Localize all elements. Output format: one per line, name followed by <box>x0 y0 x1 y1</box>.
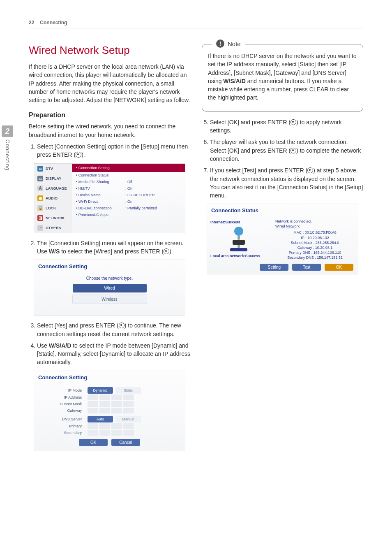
menu-item-connection-setting[interactable]: • Connection Setting <box>72 164 185 172</box>
nav-item[interactable]: ⋯OTHERS <box>34 223 72 233</box>
globe-icon <box>234 227 243 236</box>
nav-icon: ▭ <box>37 176 43 181</box>
nav-label: AUDIO <box>46 196 58 200</box>
menu-row[interactable]: • Premium/LG Apps <box>72 211 185 218</box>
page-title: Wired Network Setup <box>29 44 190 57</box>
menu-row[interactable]: • Wi-Fi Direct: On <box>72 198 185 205</box>
intro-text: If there is a DHCP server on the local a… <box>29 63 190 104</box>
pill-auto[interactable]: Auto <box>88 416 113 422</box>
nav-label: NETWORK <box>46 216 65 220</box>
nav-icon: A <box>37 186 43 191</box>
screenshot-connection-status: Connection Status Internet:Success Local… <box>207 204 358 274</box>
nav-item[interactable]: ▭DTV <box>34 164 72 174</box>
side-tab-label: Connecting <box>5 139 11 171</box>
status-connected: Network is connected. <box>275 219 355 223</box>
info-icon: ! <box>216 39 224 48</box>
screenshot-setup-menu: ▭DTV▭DISPLAYALANGUAGE◉AUDIO🔒LOCK◨NETWORK… <box>34 163 185 233</box>
note-text: If there is no DHCP server on the networ… <box>208 52 357 102</box>
side-tab-number: 2 <box>2 125 13 137</box>
menu-row[interactable]: • Device Name: LG-RECORDER <box>72 192 185 198</box>
dialog-title: Connection Setting <box>34 260 185 273</box>
step-1: Select [Connection Setting] option in th… <box>37 142 190 159</box>
pill-manual[interactable]: Manual <box>115 416 141 422</box>
dialog-hint: Choose the network type. <box>46 276 173 281</box>
status-line: Primary DNS : 165.244.106.110 <box>275 250 355 255</box>
label-dns: DNS Server <box>41 417 85 421</box>
dialog-title: Connection Status <box>207 204 358 217</box>
steps-list-left-3: Select [Yes] and press ENTER () to conti… <box>29 321 190 366</box>
nav-item[interactable]: ▭DISPLAY <box>34 174 72 183</box>
status-internet: Internet:Success <box>210 220 272 224</box>
nav-item[interactable]: ◉AUDIO <box>34 193 72 203</box>
nav-label: OTHERS <box>46 226 61 230</box>
label-ip-mode: IP Mode <box>41 388 85 392</box>
network-diagram <box>214 227 269 252</box>
steps-list-left-2: The [Connection Setting] menu will appea… <box>29 239 190 256</box>
status-lan: Local area network:Success <box>210 254 272 258</box>
nav-icon: ▭ <box>37 166 43 172</box>
note-box: ! Note If there is no DHCP server on the… <box>202 44 363 111</box>
section-name: Connecting <box>40 20 67 26</box>
enter-icon <box>291 148 296 153</box>
nav-icon: ◉ <box>37 195 43 201</box>
option-wireless[interactable]: Wireless <box>72 295 147 304</box>
status-line: IP : 10.20.98.132 <box>275 235 355 240</box>
enter-icon <box>307 167 313 173</box>
test-button[interactable]: Test <box>292 264 321 271</box>
enter-icon <box>76 152 81 158</box>
step-7: If you select [Test] and press ENTER () … <box>210 166 363 200</box>
label-gateway: Gateway <box>41 408 85 413</box>
step-4: Use W/S/A/D to select the IP mode betwee… <box>37 341 190 367</box>
nav-label: LOCK <box>46 206 56 210</box>
label-subnet: Subnet Mask <box>41 402 85 406</box>
enter-icon <box>119 323 125 328</box>
steps-list-right: Select [OK] and press ENTER () to apply … <box>202 118 363 200</box>
label-primary: Primary <box>41 424 85 428</box>
status-line: Gateway : 10.20.98.1 <box>275 245 355 250</box>
prep-text: Before setting the wired network, you ne… <box>29 122 190 139</box>
status-wired: Wired Network <box>275 224 355 228</box>
menu-row[interactable]: • Connection Status <box>72 172 185 179</box>
side-tab: 2 Connecting <box>0 125 15 172</box>
router-icon <box>233 240 245 245</box>
nav-item[interactable]: ALANGUAGE <box>34 183 72 193</box>
nav-label: DTV <box>46 167 53 171</box>
option-wired[interactable]: Wired <box>73 284 147 292</box>
screenshot-connection-setting: Connection Setting Choose the network ty… <box>34 260 185 316</box>
page-number: 22 <box>29 20 34 26</box>
ok-button[interactable]: OK <box>79 439 108 446</box>
nav-icon: 🔒 <box>37 205 43 211</box>
nav-item[interactable]: ◨NETWORK <box>34 213 72 223</box>
pill-dynamic[interactable]: Dynamic <box>88 387 113 394</box>
enter-icon <box>291 119 296 125</box>
device-icon <box>230 248 247 251</box>
page-header: 22 Connecting <box>29 20 363 28</box>
step-2: The [Connection Setting] menu will appea… <box>37 239 190 256</box>
dialog-title: Connection Setting <box>34 371 185 384</box>
note-heading: ! Note <box>212 39 245 48</box>
status-line: Secondary DNS : 156.147.151.32 <box>275 255 355 260</box>
enter-icon <box>164 248 169 254</box>
prep-heading: Preparation <box>29 111 190 119</box>
pill-static[interactable]: Static <box>115 387 141 394</box>
status-line: MAC : 00:1C:62:75:FD:A6 <box>275 230 355 235</box>
step-3: Select [Yes] and press ENTER () to conti… <box>37 321 190 338</box>
nav-icon: ◨ <box>37 215 43 221</box>
nav-icon: ⋯ <box>37 225 43 231</box>
label-ip-address: IP Address <box>41 395 85 399</box>
menu-row[interactable]: • HbbTV: On <box>72 185 185 192</box>
step-6: The player will ask you to test the netw… <box>210 138 363 163</box>
step-5: Select [OK] and press ENTER () to apply … <box>210 118 363 135</box>
steps-list-left: Select [Connection Setting] option in th… <box>29 142 190 159</box>
status-line: Subnet Mask : 255.255.254.0 <box>275 240 355 245</box>
nav-item[interactable]: 🔒LOCK <box>34 203 72 213</box>
screenshot-ip-mode: Connection Setting IP Mode Dynamic Stati… <box>34 371 185 451</box>
cancel-button[interactable]: Cancel <box>111 439 140 446</box>
nav-label: DISPLAY <box>46 176 61 181</box>
menu-row[interactable]: • BD-LIVE connection: Partially permitte… <box>72 205 185 211</box>
menu-row[interactable]: • Media File Sharing: Off <box>72 179 185 185</box>
label-secondary: Secondary <box>41 431 85 435</box>
ok-button[interactable]: OK <box>325 264 353 271</box>
nav-label: LANGUAGE <box>46 186 67 190</box>
setting-button[interactable]: Setting <box>260 264 288 271</box>
